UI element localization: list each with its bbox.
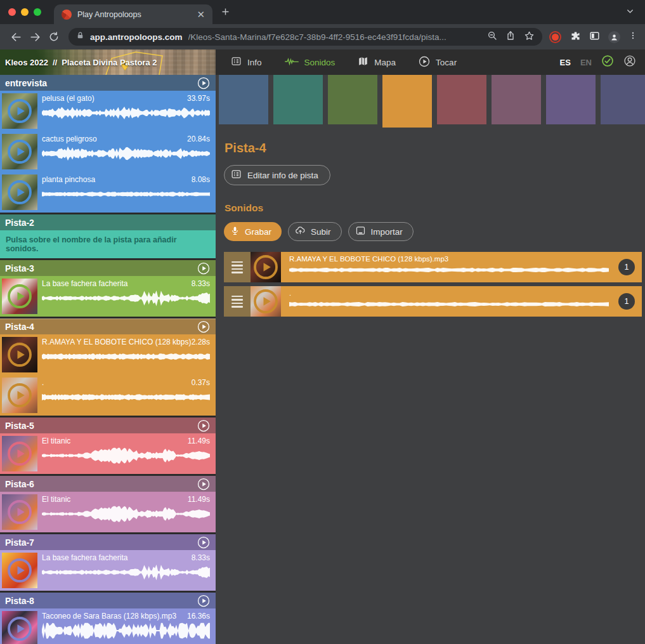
tab-info[interactable]: Info: [231, 56, 262, 69]
track-header[interactable]: Pista-2: [0, 214, 216, 230]
track-swatch-8[interactable]: [601, 75, 645, 124]
track-header[interactable]: entrevista: [0, 75, 216, 91]
upload-button[interactable]: Subir: [288, 222, 342, 241]
clip-item[interactable]: El titanic11.49s: [0, 433, 216, 474]
track-header[interactable]: Pista-6: [0, 476, 216, 492]
browser-tab[interactable]: Play Antropoloops ✕: [54, 4, 212, 24]
window-zoom-button[interactable]: [34, 8, 41, 16]
sync-check-icon[interactable]: [601, 55, 614, 70]
clip-item[interactable]: cactus peligroso20.84s: [0, 131, 216, 172]
lang-en-button[interactable]: EN: [580, 58, 592, 67]
clip-play-icon[interactable]: [7, 616, 32, 641]
clip-play-icon[interactable]: [7, 558, 32, 583]
clip-item[interactable]: La base fachera facherita8.33s: [0, 276, 216, 317]
track-header[interactable]: Pista-7: [0, 534, 216, 550]
window-minimize-button[interactable]: [21, 8, 29, 16]
import-button[interactable]: Importar: [348, 222, 414, 241]
tab-mapa[interactable]: Mapa: [358, 56, 396, 69]
track-play-icon[interactable]: [197, 478, 210, 490]
back-button[interactable]: [6, 27, 25, 46]
forward-button[interactable]: [25, 27, 44, 46]
track-play-icon[interactable]: [197, 262, 210, 275]
track-play-icon[interactable]: [197, 536, 210, 549]
clip-play-icon[interactable]: [7, 284, 32, 309]
tab-title: Play Antropoloops: [77, 10, 191, 19]
clip-item[interactable]: .0.37s: [0, 375, 216, 416]
record-button[interactable]: Grabar: [224, 222, 282, 241]
drag-handle-bar: [231, 268, 243, 270]
lock-icon[interactable]: [76, 31, 84, 43]
extension-area: [549, 30, 639, 44]
clip-name: planta pinchosa: [42, 175, 99, 184]
window-close-button[interactable]: [8, 8, 16, 16]
remix-banner[interactable]: Kleos 2022//Placeta Divina Pastora 2: [0, 49, 216, 75]
edit-track-info-button[interactable]: Editar info de pista: [224, 165, 330, 185]
extensions-puzzle-icon[interactable]: [570, 30, 581, 44]
clip-info: .0.37s: [42, 378, 213, 416]
clip-name: cactus peligroso: [42, 135, 101, 143]
track-swatch-5[interactable]: [437, 75, 486, 124]
lang-es-button[interactable]: ES: [560, 58, 571, 67]
url-bar[interactable]: app.antropoloops.com/Kleos-Santa-Marina/…: [68, 28, 542, 46]
clip-play-icon[interactable]: [7, 499, 32, 525]
clip-top-row: El titanic11.49s: [42, 437, 210, 445]
sound-count-badge: 1: [618, 259, 635, 275]
track-swatch-1[interactable]: [219, 75, 268, 124]
account-icon[interactable]: [623, 55, 636, 70]
clip-play-icon[interactable]: [7, 342, 32, 367]
share-icon[interactable]: [505, 30, 516, 43]
track-swatch-3[interactable]: [328, 75, 377, 124]
track-header[interactable]: Pista-3: [0, 260, 216, 276]
sound-row[interactable]: .1: [224, 286, 642, 317]
drag-handle-icon[interactable]: [224, 252, 251, 282]
drag-handle-icon[interactable]: [224, 286, 251, 317]
drag-handle-bar: [231, 261, 243, 263]
new-tab-button[interactable]: [220, 6, 231, 20]
clip-item[interactable]: El titanic11.49s: [0, 492, 216, 532]
clip-top-row: planta pinchosa8.08s: [42, 175, 210, 184]
track-play-icon[interactable]: [197, 595, 210, 607]
sound-play-icon[interactable]: [253, 289, 278, 314]
zoom-page-icon[interactable]: [487, 30, 497, 43]
clip-item[interactable]: planta pinchosa8.08s: [0, 172, 216, 213]
clip-play-icon[interactable]: [7, 139, 32, 164]
record-extension-icon[interactable]: [552, 34, 559, 41]
clip-item[interactable]: La base fachera facherita8.33s: [0, 550, 216, 591]
reload-button[interactable]: [44, 27, 63, 46]
sound-row[interactable]: R.AMAYA Y EL BOBOTE CHICO (128 kbps).mp3…: [224, 252, 642, 282]
sound-waveform: [289, 298, 609, 310]
profile-avatar[interactable]: [608, 31, 620, 43]
clip-play-icon[interactable]: [7, 180, 32, 205]
clip-duration: 16.36s: [187, 612, 210, 621]
tab-close-icon[interactable]: ✕: [197, 10, 205, 19]
side-panel-icon[interactable]: [589, 30, 600, 44]
clip-info: R.AMAYA Y EL BOBOTE CHICO (128 kbps)....…: [42, 337, 213, 375]
track-play-icon[interactable]: [197, 419, 210, 432]
track-header[interactable]: Pista-5: [0, 417, 216, 433]
sidebar-track-Pista-2: Pista-2Pulsa sobre el nombre de la pista…: [0, 214, 216, 258]
clip-item[interactable]: pelusa (el gato)33.97s: [0, 91, 216, 131]
track-swatch-7[interactable]: [546, 75, 596, 124]
clip-play-icon[interactable]: [7, 98, 32, 124]
browser-menu-kebab-icon[interactable]: [629, 30, 637, 43]
track-swatch-2[interactable]: [273, 75, 323, 124]
track-play-icon[interactable]: [197, 320, 210, 333]
tab-sonidos[interactable]: Sonidos: [285, 56, 336, 69]
clip-play-icon[interactable]: [7, 383, 32, 408]
clip-waveform: [42, 145, 210, 162]
clip-play-icon[interactable]: [7, 441, 32, 466]
clip-duration: 8.33s: [192, 279, 210, 288]
tab-tocar[interactable]: Tocar: [419, 56, 457, 69]
track-header[interactable]: Pista-4: [0, 319, 216, 334]
clip-duration: 11.49s: [188, 495, 210, 504]
clip-item[interactable]: R.AMAYA Y EL BOBOTE CHICO (128 kbps)....…: [0, 334, 216, 375]
track-swatch-4[interactable]: [382, 75, 432, 128]
tab-search-chevron-icon[interactable]: [625, 6, 635, 18]
clip-item[interactable]: Taconeo de Sara Baras (128 kbps).mp316.3…: [0, 608, 216, 644]
sound-play-icon[interactable]: [253, 254, 278, 280]
track-play-icon[interactable]: [197, 77, 210, 89]
track-swatch-6[interactable]: [492, 75, 541, 124]
waveform-icon: [285, 56, 299, 69]
track-header[interactable]: Pista-8: [0, 593, 216, 608]
bookmark-star-icon[interactable]: [524, 30, 535, 44]
